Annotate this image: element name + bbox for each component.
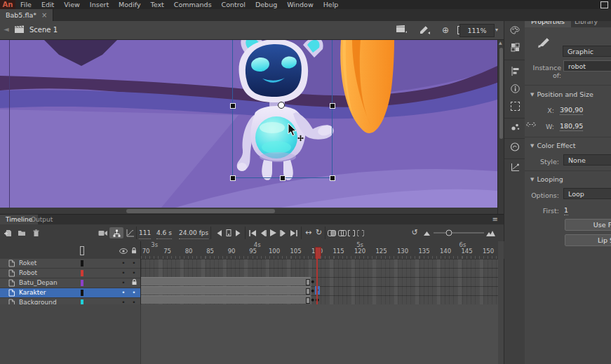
menu-item-debug[interactable]: Debug xyxy=(250,0,282,9)
current-frame-value[interactable]: 111 xyxy=(139,227,151,239)
step-forward-one-frame-button[interactable] xyxy=(278,227,288,238)
w-value[interactable]: 180,95 xyxy=(560,122,583,131)
back-arrow-icon[interactable]: ◄ xyxy=(4,25,9,33)
tab-output[interactable]: Output xyxy=(25,215,58,224)
section-position-and-size[interactable]: ▼Position and Size xyxy=(530,90,593,98)
menu-item-help[interactable]: Help xyxy=(318,0,344,9)
keyframe-dot[interactable] xyxy=(311,298,315,302)
frame-span-batu_depan[interactable] xyxy=(141,277,311,285)
layer-lock-toggle[interactable]: • xyxy=(130,269,137,278)
menu-item-window[interactable]: Window xyxy=(282,0,318,9)
layer-visibility-toggle[interactable]: • xyxy=(120,288,127,297)
lip-syncing-button[interactable]: Lip S xyxy=(565,234,611,246)
menu-item-commands[interactable]: Commands xyxy=(169,0,217,9)
go-to-first-frame-button[interactable] xyxy=(248,227,257,238)
keyframe-dot[interactable] xyxy=(311,280,315,283)
stage-vertical-scrollbar[interactable]: ▲ xyxy=(497,39,504,214)
center-frame-icon[interactable]: ⊕ xyxy=(442,25,449,36)
selection-handle-left[interactable] xyxy=(230,103,236,109)
lock-icon[interactable] xyxy=(130,247,137,255)
menu-item-edit[interactable]: Edit xyxy=(36,0,59,9)
menu-item-insert[interactable]: Insert xyxy=(85,0,114,9)
first-frame-value[interactable]: 1 xyxy=(564,206,568,215)
reset-timeline-zoom-button[interactable]: ↺ xyxy=(410,227,419,238)
onion-skin-outlines-button[interactable] xyxy=(337,227,347,238)
info-panel-icon[interactable] xyxy=(504,84,525,93)
layer-outline-swatch[interactable] xyxy=(81,290,83,296)
layer-lock-toggle[interactable]: • xyxy=(130,259,137,268)
step-forward-button[interactable] xyxy=(234,227,243,238)
layer-visibility-toggle[interactable]: • xyxy=(120,278,127,288)
layer-parenting-button[interactable] xyxy=(109,227,123,238)
style-select[interactable]: None xyxy=(563,154,611,166)
play-button[interactable] xyxy=(269,227,277,238)
camera-button[interactable] xyxy=(97,227,108,238)
center-playhead-button[interactable]: ↔ xyxy=(304,227,313,238)
align-panel-icon[interactable] xyxy=(504,67,525,76)
layer-row-karakter[interactable]: Karakter•• xyxy=(0,288,140,298)
new-folder-button[interactable] xyxy=(17,227,27,238)
stage-canvas[interactable] xyxy=(0,39,497,208)
selection-handle-bottom-left[interactable] xyxy=(230,175,236,181)
timeline-zoom-slider[interactable] xyxy=(434,227,484,238)
symbol-behavior-select[interactable]: Graphic xyxy=(563,46,611,57)
menu-item-modify[interactable]: Modify xyxy=(114,0,145,9)
onion-skin-button[interactable] xyxy=(327,227,336,238)
layer-visibility-toggle[interactable]: • xyxy=(120,259,127,268)
frames-grid[interactable] xyxy=(140,259,499,304)
menu-item-view[interactable]: View xyxy=(59,0,85,9)
elapsed-time-value[interactable]: 4.6 s xyxy=(156,227,172,239)
layer-lock-toggle[interactable] xyxy=(130,278,137,288)
section-looping[interactable]: ▼Looping xyxy=(530,175,563,183)
section-color-effect[interactable]: ▼Color Effect xyxy=(530,142,576,149)
new-layer-button[interactable] xyxy=(3,227,13,238)
horizontal-scroll-thumb[interactable] xyxy=(126,209,275,213)
instance-name-field[interactable]: robot xyxy=(563,60,611,72)
window-restore-icon[interactable] xyxy=(600,1,608,8)
menu-item-text[interactable]: Text xyxy=(146,0,169,9)
edit-symbols-icon[interactable] xyxy=(419,25,430,36)
layer-lock-toggle[interactable]: • xyxy=(130,288,137,297)
scroll-up-icon[interactable]: ▲ xyxy=(499,40,502,45)
delete-layer-button[interactable] xyxy=(31,227,41,238)
vertical-scroll-thumb[interactable] xyxy=(499,48,503,139)
step-back-button[interactable] xyxy=(215,227,223,238)
layer-outline-swatch[interactable] xyxy=(81,280,83,286)
menu-item-file[interactable]: File xyxy=(15,0,36,9)
layer-visibility-toggle[interactable]: • xyxy=(120,269,127,278)
layer-outline-swatch[interactable] xyxy=(81,260,83,267)
x-value[interactable]: 390,90 xyxy=(560,106,583,115)
layer-outline-swatch[interactable] xyxy=(81,270,83,276)
graph-editor-button[interactable] xyxy=(125,227,135,238)
go-to-last-frame-button[interactable] xyxy=(289,227,298,238)
document-tab[interactable]: Bab5.fla* × xyxy=(0,9,53,21)
layer-row-robot[interactable]: Robot•• xyxy=(0,269,140,278)
creative-cloud-panel-icon[interactable] xyxy=(504,142,525,151)
stage-horizontal-scrollbar[interactable] xyxy=(0,208,497,214)
transform-panel-icon[interactable] xyxy=(504,102,525,111)
selection-handle-bottom-right[interactable] xyxy=(330,175,335,181)
panel-menu-icon[interactable]: ≡ xyxy=(492,215,498,223)
loop-options-select[interactable]: Loop xyxy=(563,188,611,199)
frame-span-karakter[interactable] xyxy=(141,286,311,295)
menu-item-control[interactable]: Control xyxy=(217,0,250,9)
frame-span-background[interactable] xyxy=(141,295,311,304)
keyframe-dot[interactable] xyxy=(311,289,315,292)
modify-markers-button[interactable] xyxy=(356,227,364,238)
chevron-down-icon[interactable]: ▾ xyxy=(495,27,498,33)
transform-point[interactable] xyxy=(278,102,285,109)
use-frame-picker-button[interactable]: Use Fra xyxy=(565,219,611,231)
scene-name[interactable]: Scene 1 xyxy=(29,26,58,34)
playhead-line[interactable] xyxy=(316,248,318,304)
brush-settings-panel-icon[interactable] xyxy=(504,122,525,131)
timeline-ruler[interactable]: 7075808590951001051101151201251301351401… xyxy=(140,241,504,259)
stage-zoom-select[interactable]: 111% xyxy=(459,24,495,37)
step-back-one-frame-button[interactable] xyxy=(258,227,267,238)
current-frame-indicator[interactable] xyxy=(224,227,233,238)
layer-row-batu_depan[interactable]: Batu_Depan• xyxy=(0,278,140,288)
selection-handle-right[interactable] xyxy=(330,103,335,109)
swatches-panel-icon[interactable] xyxy=(504,43,525,52)
selection-handle-bottom-center[interactable] xyxy=(280,175,286,181)
edit-multiple-frames-button[interactable] xyxy=(347,227,355,238)
color-panel-icon[interactable] xyxy=(504,26,525,35)
